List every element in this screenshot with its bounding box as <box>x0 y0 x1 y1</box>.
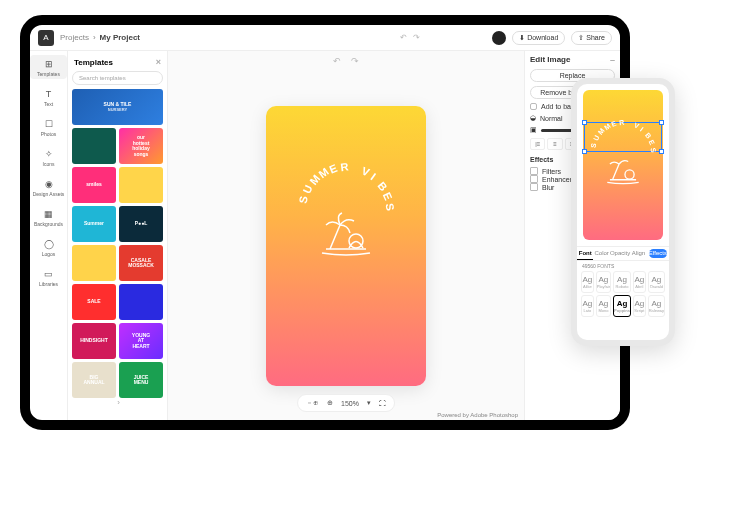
template-thumb[interactable]: P●●L <box>119 206 163 242</box>
font-cell[interactable]: AgAbril <box>633 271 646 293</box>
font-count: 49560 FONTS <box>577 261 669 271</box>
template-thumb[interactable] <box>72 245 116 281</box>
rail-templates[interactable]: ⊞Templates <box>30 55 67 79</box>
close-icon[interactable]: × <box>156 57 161 67</box>
template-thumb[interactable] <box>119 167 163 203</box>
effect-icon <box>530 167 538 175</box>
avatar[interactable] <box>492 31 506 45</box>
opacity-icon: ▣ <box>530 126 537 134</box>
rail-logos[interactable]: ◯Logos <box>30 235 67 259</box>
template-thumb[interactable]: BIGANNUAL <box>72 362 116 398</box>
artboard[interactable]: SUMMER VIBES <box>266 106 426 386</box>
tab-color[interactable]: Color <box>593 247 609 260</box>
rail-icon: ◉ <box>42 177 56 191</box>
templates-panel: Templates × Search templates SUN & TILEN… <box>68 51 168 420</box>
template-thumb[interactable]: smiles <box>72 167 116 203</box>
rail-icon: ◯ <box>42 237 56 251</box>
tab-align[interactable]: Align <box>630 247 646 260</box>
tab-opacity[interactable]: Opacity <box>610 247 630 260</box>
template-thumb[interactable]: HINDSIGHT <box>72 323 116 359</box>
template-thumb[interactable]: SUN & TILENURSERY <box>72 89 163 125</box>
chevron-right-icon: › <box>93 33 96 42</box>
template-thumb[interactable]: YOUNGATHEART <box>119 323 163 359</box>
effect-icon <box>530 183 538 191</box>
templates-title: Templates <box>74 58 113 67</box>
undo-icon[interactable]: ↶ <box>400 33 407 42</box>
top-bar: A Projects › My Project ↶ ↷ ⬇Download ⇪S… <box>30 25 620 51</box>
zoom-out-icon[interactable]: －⊕ <box>306 398 319 408</box>
canvas-area: ↶ ↷ SUMMER VIBES <box>168 51 524 420</box>
font-cell[interactable]: AgPoppins <box>613 295 631 317</box>
template-thumb[interactable]: Summer <box>72 206 116 242</box>
phone-tabs: FontColorOpacityAlignEffects <box>577 246 669 261</box>
align-left-icon[interactable]: |≡ <box>530 138 545 150</box>
rail-backgrounds[interactable]: ▦Backgrounds <box>30 205 67 229</box>
zoom-bar: －⊕ ⊕ 150% ▾ ⛶ <box>297 394 395 412</box>
rail-icons[interactable]: ✧Icons <box>30 145 67 169</box>
rail-design-assets[interactable]: ◉Design Assets <box>30 175 67 199</box>
tab-effects[interactable]: Effects <box>649 249 667 258</box>
download-button[interactable]: ⬇Download <box>512 31 565 45</box>
font-cell[interactable]: AgPlayfair <box>596 271 611 293</box>
template-thumb[interactable] <box>72 128 116 164</box>
template-thumb[interactable]: JUICEMENU <box>119 362 163 398</box>
phone-frame: SUMMER VIBES FontColorOpacityAlignEffect… <box>571 78 675 346</box>
blend-icon: ◒ <box>530 114 536 122</box>
download-icon: ⬇ <box>519 34 525 42</box>
share-icon: ⇪ <box>578 34 584 42</box>
font-cell[interactable]: AgScript <box>633 295 646 317</box>
fullscreen-icon[interactable]: ⛶ <box>379 400 386 407</box>
template-thumb[interactable]: ourhottestholidaysongs <box>119 128 163 164</box>
font-cell[interactable]: AgAlike <box>581 271 594 293</box>
align-center-icon[interactable]: ≡ <box>547 138 562 150</box>
zoom-fit-icon[interactable]: ⊕ <box>327 399 333 407</box>
inspector-title: Edit Image <box>530 55 570 65</box>
rail-text[interactable]: TText <box>30 85 67 109</box>
tab-font[interactable]: Font <box>577 247 593 260</box>
font-cell[interactable]: AgOswald <box>648 271 665 293</box>
redo-icon[interactable]: ↷ <box>413 33 420 42</box>
nav-rail: ⊞TemplatesTText☐Photos✧Icons◉Design Asse… <box>30 51 68 420</box>
rail-photos[interactable]: ☐Photos <box>30 115 67 139</box>
redo-icon[interactable]: ↷ <box>351 56 359 66</box>
svg-point-1 <box>625 170 634 179</box>
template-thumb[interactable] <box>119 284 163 320</box>
undo-icon[interactable]: ↶ <box>333 56 341 66</box>
arc-text[interactable]: SUMMER VIBES <box>291 156 401 211</box>
rail-icon: T <box>42 87 56 101</box>
font-grid: AgAlikeAgPlayfairAgRobotoAgAbrilAgOswald… <box>577 271 669 317</box>
rail-libraries[interactable]: ▭Libraries <box>30 265 67 289</box>
palm-illustration-icon <box>603 151 643 185</box>
chevron-down-icon[interactable]: ▾ <box>367 399 371 407</box>
checkbox-icon <box>530 103 537 110</box>
font-cell[interactable]: AgMono <box>596 295 611 317</box>
search-input[interactable]: Search templates <box>72 71 163 85</box>
font-cell[interactable]: AgRaleway <box>648 295 665 317</box>
phone-artboard[interactable]: SUMMER VIBES <box>583 90 663 240</box>
rail-icon: ☐ <box>42 117 56 131</box>
font-cell[interactable]: AgRoboto <box>613 271 631 293</box>
share-button[interactable]: ⇪Share <box>571 31 612 45</box>
effect-icon <box>530 175 538 183</box>
chevron-right-icon[interactable]: › <box>117 398 120 407</box>
rail-icon: ✧ <box>42 147 56 161</box>
app-logo-icon: A <box>38 30 54 46</box>
rail-icon: ▦ <box>42 207 56 221</box>
powered-by: Powered by Adobe Photoshop <box>437 412 518 418</box>
template-thumb[interactable]: CASALEMOSSACK <box>119 245 163 281</box>
breadcrumb-root[interactable]: Projects <box>60 33 89 42</box>
phone-arc-text[interactable]: SUMMER VIBES <box>586 116 660 153</box>
breadcrumb[interactable]: Projects › My Project <box>60 33 140 42</box>
tablet-frame: A Projects › My Project ↶ ↷ ⬇Download ⇪S… <box>20 15 630 430</box>
template-thumb[interactable]: SALE <box>72 284 116 320</box>
zoom-value[interactable]: 150% <box>341 400 359 407</box>
palm-illustration-icon <box>316 205 376 257</box>
template-grid: SUN & TILENURSERYourhottestholidaysongss… <box>72 89 163 398</box>
rail-icon: ▭ <box>42 267 56 281</box>
breadcrumb-current[interactable]: My Project <box>100 33 140 42</box>
rail-icon: ⊞ <box>42 57 56 71</box>
close-icon[interactable]: – <box>610 55 615 65</box>
font-cell[interactable]: AgLato <box>581 295 594 317</box>
